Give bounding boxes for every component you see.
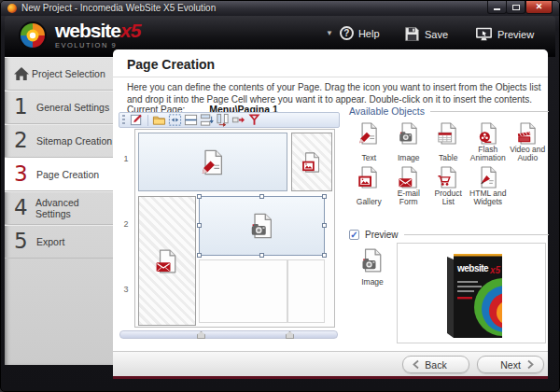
main-content: Page Creation Here you can define the co… (113, 49, 548, 379)
section-divider (430, 111, 549, 112)
object-item-html-widgets[interactable]: HTML and Widgets (469, 164, 509, 208)
maximize-icon (512, 5, 520, 10)
column-resize-handle[interactable] (286, 331, 294, 339)
object-item-text[interactable]: Text (349, 120, 389, 164)
selection-handle[interactable] (259, 194, 264, 199)
insert-row-icon (200, 113, 214, 127)
sidebar-item-page-creation[interactable]: 3 Page Creation (5, 158, 113, 191)
grid-cell-email-object[interactable] (138, 196, 196, 326)
product-object-icon (436, 165, 460, 189)
column-resize-handle[interactable] (197, 331, 205, 339)
close-button[interactable]: ✕ (525, 1, 553, 14)
preview-button[interactable]: Preview (475, 26, 534, 42)
save-button[interactable]: Save (404, 26, 448, 42)
object-label: HTML and Widgets (469, 189, 509, 207)
selection-handle[interactable] (197, 223, 202, 228)
grid-cell-image-object-selected[interactable] (199, 196, 325, 256)
minimize-icon (494, 8, 500, 10)
brand-logo: websitex5 EVOLUTION 9 (16, 19, 140, 52)
merge-cells-icon (168, 113, 182, 127)
insert-column-button[interactable] (215, 113, 231, 127)
sidebar-item-label: Sitemap Creation (36, 135, 112, 147)
object-label: Video and Audio (508, 146, 548, 163)
grid-row-label-3: 3 (121, 285, 131, 294)
available-objects-grid: Text Image Table Flash Animation Video a… (349, 120, 549, 208)
selection-handle[interactable] (322, 194, 327, 199)
help-label: Help (358, 28, 380, 39)
home-icon (13, 66, 30, 81)
preview-checkbox[interactable]: ✓ (349, 230, 359, 240)
selection-handle[interactable] (259, 253, 264, 258)
cell-format-icon (247, 113, 261, 127)
page-title: Page Creation (127, 57, 215, 72)
sidebar-item-label: Export (36, 236, 64, 247)
merge-cells-button[interactable] (167, 113, 183, 127)
toolbar-separator (147, 115, 148, 126)
window-title: New Project - Incomedia WebSite X5 Evolu… (21, 3, 216, 13)
gallery-object-icon (301, 151, 323, 174)
object-item-gallery[interactable]: Gallery (349, 164, 389, 208)
save-label: Save (425, 29, 448, 40)
grid-row-label-2: 2 (121, 219, 131, 229)
chevron-left-icon (412, 359, 420, 370)
back-button[interactable]: Back (402, 356, 469, 373)
grid-row-label-1: 1 (121, 154, 131, 163)
svg-text:website: website (456, 263, 489, 273)
page-description: Here you can define the contents of your… (127, 81, 549, 105)
titlebar[interactable]: New Project - Incomedia WebSite X5 Evolu… (1, 1, 559, 16)
insert-row-button[interactable] (199, 113, 215, 127)
object-item-image[interactable]: Image (389, 120, 429, 164)
column-width-ruler[interactable] (119, 330, 338, 339)
email-object-icon (397, 165, 421, 189)
back-label: Back (425, 359, 446, 371)
next-label: Next (500, 359, 521, 371)
object-item-flash-animation[interactable]: Flash Animation (469, 120, 509, 164)
available-objects-title: Available Objects (349, 105, 425, 117)
object-item-table[interactable]: Table (428, 120, 469, 164)
preview-label: Preview (497, 29, 534, 40)
selection-handle[interactable] (197, 194, 202, 199)
object-label: Text (361, 146, 376, 163)
add-object-button[interactable] (151, 113, 167, 127)
next-button[interactable]: Next (477, 356, 544, 373)
maximize-button[interactable] (506, 1, 525, 14)
selection-handle[interactable] (322, 253, 327, 258)
selection-handle[interactable] (197, 253, 202, 258)
object-label: Flash Animation (469, 146, 509, 163)
sidebar-item-advanced-settings[interactable]: 4 Advanced Settings (5, 191, 113, 225)
object-label: Gallery (357, 189, 382, 207)
object-label: Image (398, 146, 420, 163)
product-box-image: website x5 (428, 245, 514, 341)
help-dropdown-icon[interactable]: ▼ (326, 29, 333, 37)
sidebar-item-export[interactable]: 5 Export (5, 225, 113, 259)
delete-row-button[interactable] (231, 113, 246, 127)
sidebar-item-project-selection[interactable]: Project Selection (5, 57, 113, 91)
selection-handle[interactable] (322, 223, 327, 228)
sidebar-item-general-settings[interactable]: 1 General Settings (5, 91, 113, 124)
cell-format-button[interactable] (246, 113, 262, 127)
split-cell-button[interactable] (183, 113, 199, 127)
sidebar-item-sitemap-creation[interactable]: 2 Sitemap Creation (5, 124, 113, 158)
wizard-footer: Back Next (113, 351, 548, 376)
step-number: 3 (14, 163, 35, 185)
object-item-product-list[interactable]: Product List (428, 164, 469, 208)
objects-panel: Available Objects Text Image Table (349, 105, 549, 350)
edit-cell-button[interactable] (129, 113, 145, 127)
sidebar-item-label: Project Selection (32, 68, 105, 79)
grid-cell-gallery-object[interactable] (291, 133, 332, 191)
grid-cell-text-object[interactable] (138, 133, 287, 191)
object-item-video-audio[interactable]: Video and Audio (508, 120, 548, 164)
step-number: 2 (14, 130, 35, 151)
image-object-icon (359, 247, 385, 273)
step-number: 1 (14, 96, 35, 118)
object-item-email-form[interactable]: E-mail Form (389, 164, 429, 208)
object-label: Product List (428, 189, 469, 207)
help-button[interactable]: ▼ ? Help (326, 26, 380, 40)
minimize-button[interactable] (487, 1, 507, 14)
grid-cell-empty[interactable] (199, 259, 287, 323)
page-layout-grid[interactable] (134, 129, 335, 328)
split-cell-icon (184, 113, 198, 127)
insert-column-icon (216, 113, 230, 127)
sidebar-item-label: Advanced Settings (35, 197, 113, 219)
grid-cell-empty[interactable] (287, 259, 325, 323)
